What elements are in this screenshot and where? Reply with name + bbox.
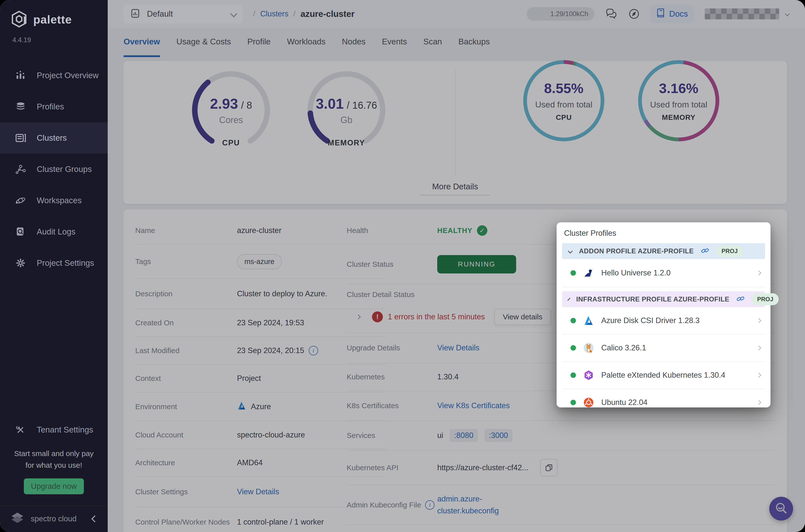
sidebar-item-project-settings[interactable]: Project Settings — [0, 247, 108, 279]
collapse-sidebar-icon[interactable] — [91, 515, 98, 522]
sidebar-item-label: Tenant Settings — [37, 425, 93, 435]
sidebar-item-audit-logs[interactable]: Audit Logs — [0, 216, 108, 247]
addon-profile-section-header[interactable]: ADDON PROFILE AZURE-PROFILE PROJ — [562, 243, 765, 259]
sidebar-footer: spectro cloud — [0, 505, 108, 532]
palette-logo-icon — [11, 11, 27, 29]
brand-name: palette — [33, 13, 72, 26]
sidebar-item-profiles[interactable]: Profiles — [0, 91, 108, 122]
spectro-cloud-logo-icon — [11, 511, 24, 526]
tenant-settings-icon — [14, 424, 27, 436]
pxk-icon — [583, 369, 594, 381]
sidebar-nav: Project Overview Profiles Clusters Clust… — [0, 60, 108, 279]
sidebar-item-workspaces[interactable]: Workspaces — [0, 185, 108, 216]
azure-icon — [583, 315, 594, 326]
upgrade-promo-text: Start small and only pay for what you us… — [7, 448, 100, 471]
sidebar-item-label: Clusters — [37, 133, 67, 143]
upgrade-now-button[interactable]: Upgrade now — [24, 478, 84, 494]
app-version: 4.4.19 — [13, 36, 108, 44]
status-dot-green — [571, 270, 576, 276]
workspaces-icon — [14, 195, 27, 206]
cluster-groups-icon — [14, 164, 27, 175]
proj-scope-badge: PROJ — [716, 245, 743, 257]
calico-icon — [583, 342, 594, 354]
audit-logs-icon — [14, 226, 27, 238]
profile-row-azure-disk[interactable]: Azure Disk CSI Driver 1.28.3 — [562, 307, 765, 335]
proj-scope-badge: PROJ — [752, 293, 779, 305]
brand-logo: palette — [11, 11, 108, 29]
screenshot-root: palette 4.4.19 Project Overview Profiles… — [0, 0, 805, 532]
footer-brand-name: spectro cloud — [31, 514, 76, 523]
project-overview-icon — [14, 70, 27, 81]
profile-row-calico[interactable]: Calico 3.26.1 — [562, 335, 765, 362]
sidebar-item-label: Audit Logs — [37, 227, 75, 236]
infrastructure-profile-section-header[interactable]: INFRASTRUCTURE PROFILE AZURE-PROFILE PRO… — [562, 291, 765, 307]
chevron-down-icon — [567, 298, 570, 301]
chevron-down-icon — [568, 249, 573, 253]
clusters-icon — [14, 132, 27, 144]
sidebar-item-project-overview[interactable]: Project Overview — [0, 60, 108, 91]
profile-row-ubuntu[interactable]: Ubuntu 22.04 — [562, 389, 765, 416]
sidebar-item-label: Project Overview — [37, 71, 98, 80]
profiles-icon — [14, 101, 27, 112]
sidebar-item-cluster-groups[interactable]: Cluster Groups — [0, 154, 108, 185]
ubuntu-icon — [583, 397, 594, 408]
sidebar-item-clusters[interactable]: Clusters — [0, 122, 108, 154]
sidebar-bottom: Tenant Settings Start small and only pay… — [0, 414, 108, 532]
hello-universe-icon — [583, 267, 594, 279]
sidebar-item-label: Cluster Groups — [37, 165, 92, 174]
status-dot-green — [571, 318, 576, 323]
status-dot-green — [571, 345, 576, 350]
sidebar: palette 4.4.19 Project Overview Profiles… — [0, 0, 108, 532]
project-settings-icon — [14, 257, 27, 269]
status-dot-green — [571, 400, 576, 405]
cluster-profiles-popup: Cluster Profiles ADDON PROFILE AZURE-PRO… — [557, 222, 770, 407]
chevron-right-icon — [756, 400, 761, 405]
chevron-right-icon — [756, 373, 761, 378]
sidebar-item-label: Project Settings — [37, 258, 94, 268]
link-icon — [701, 246, 709, 256]
sidebar-item-label: Profiles — [37, 102, 64, 111]
profile-row-pxk[interactable]: Palette eXtended Kubernetes 1.30.4 — [562, 362, 765, 389]
sidebar-item-label: Workspaces — [37, 196, 82, 205]
chevron-right-icon — [756, 318, 761, 323]
profile-row-hello-universe[interactable]: Hello Universe 1.2.0 — [562, 259, 765, 287]
chevron-right-icon — [756, 345, 761, 350]
chevron-right-icon — [756, 270, 761, 276]
popup-title: Cluster Profiles — [564, 229, 765, 238]
app-window: palette 4.4.19 Project Overview Profiles… — [0, 0, 805, 532]
link-icon — [736, 294, 745, 304]
status-dot-green — [571, 373, 576, 378]
sidebar-item-tenant-settings[interactable]: Tenant Settings — [0, 414, 108, 445]
